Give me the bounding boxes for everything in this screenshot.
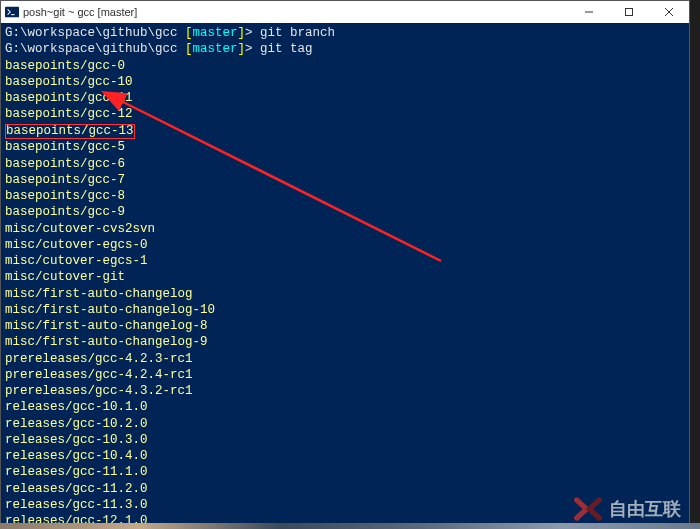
titlebar-left: posh~git ~ gcc [master] — [5, 5, 137, 19]
titlebar[interactable]: posh~git ~ gcc [master] — [1, 1, 689, 23]
window-title: posh~git ~ gcc [master] — [23, 6, 137, 18]
svg-rect-0 — [5, 7, 19, 18]
watermark-x-icon — [573, 494, 603, 524]
tag-line: releases/gcc-11.2.0 — [5, 482, 148, 496]
watermark: 自由互联 — [573, 494, 681, 524]
tag-line: misc/cutover-git — [5, 270, 125, 284]
tag-line: misc/first-auto-changelog — [5, 287, 193, 301]
tag-line: misc/cutover-egcs-0 — [5, 238, 148, 252]
maximize-button[interactable] — [609, 1, 649, 23]
tag-line: releases/gcc-10.4.0 — [5, 449, 148, 463]
tag-line: misc/first-auto-changelog-10 — [5, 303, 215, 317]
prompt-line: G:\workspace\github\gcc [master]> git ta… — [5, 41, 685, 57]
tag-line: basepoints/gcc-9 — [5, 205, 125, 219]
tag-line: basepoints/gcc-0 — [5, 59, 125, 73]
minimize-button[interactable] — [569, 1, 609, 23]
bottom-strip — [0, 523, 700, 529]
tag-line: basepoints/gcc-6 — [5, 157, 125, 171]
tag-line: misc/first-auto-changelog-8 — [5, 319, 208, 333]
close-button[interactable] — [649, 1, 689, 23]
prompt-line: G:\workspace\github\gcc [master]> git br… — [5, 25, 685, 41]
tag-line: basepoints/gcc-5 — [5, 140, 125, 154]
tag-line: misc/cutover-cvs2svn — [5, 222, 155, 236]
tag-line: basepoints/gcc-7 — [5, 173, 125, 187]
tag-line: basepoints/gcc-11 — [5, 91, 133, 105]
tag-line: misc/cutover-egcs-1 — [5, 254, 148, 268]
tag-line: basepoints/gcc-13 — [5, 124, 135, 140]
tag-line: basepoints/gcc-10 — [5, 75, 133, 89]
tag-line: basepoints/gcc-12 — [5, 107, 133, 121]
tag-line: releases/gcc-10.3.0 — [5, 433, 148, 447]
terminal-window: posh~git ~ gcc [master] G:\workspace\git… — [0, 0, 690, 527]
window-controls — [569, 1, 689, 23]
tag-line: misc/first-auto-changelog-9 — [5, 335, 208, 349]
tag-line: releases/gcc-11.3.0 — [5, 498, 148, 512]
tag-line: prereleases/gcc-4.3.2-rc1 — [5, 384, 193, 398]
tag-line: releases/gcc-10.1.0 — [5, 400, 148, 414]
powershell-icon — [5, 5, 19, 19]
svg-rect-3 — [626, 9, 633, 16]
tag-line: basepoints/gcc-8 — [5, 189, 125, 203]
tag-line: releases/gcc-10.2.0 — [5, 417, 148, 431]
tag-line: releases/gcc-11.1.0 — [5, 465, 148, 479]
tag-line: prereleases/gcc-4.2.4-rc1 — [5, 368, 193, 382]
tag-line: prereleases/gcc-4.2.3-rc1 — [5, 352, 193, 366]
terminal-body[interactable]: G:\workspace\github\gcc [master]> git br… — [1, 23, 689, 529]
watermark-text: 自由互联 — [609, 497, 681, 521]
